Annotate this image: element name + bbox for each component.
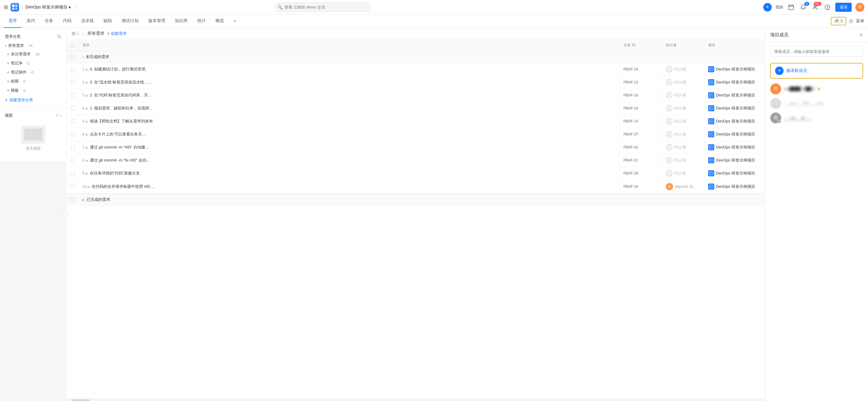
row-assignee-cell[interactable]: 待认领 — [662, 141, 705, 154]
row-project-cell[interactable]: DevOps 研发示例项目 — [705, 167, 765, 180]
row-project-cell[interactable]: DevOps 研发示例项目 — [705, 115, 765, 128]
row-checkbox[interactable] — [70, 80, 75, 85]
star-icon[interactable]: ☆ — [73, 4, 78, 10]
horizontal-scrollbar[interactable] — [67, 399, 765, 401]
row-checkbox[interactable] — [70, 171, 75, 175]
group-collapse-icon[interactable]: ▾ — [82, 55, 84, 59]
header-checkbox[interactable] — [70, 43, 74, 47]
create-plus-button[interactable]: + — [763, 3, 772, 11]
notify-button[interactable]: 9 — [799, 3, 807, 11]
sidebar-item-templates[interactable]: 模板 · 0 — [0, 86, 66, 95]
toolbar-menu-icon[interactable]: ≤ — [71, 31, 79, 36]
table-row[interactable]: 2 ▶ 3. 在"流水线"标签页添加流水线，... PBAF-21 待认领 De… — [67, 76, 765, 89]
sidebar-collapse-button[interactable]: ‹ — [64, 211, 70, 218]
row-project-cell[interactable]: DevOps 研发示例项目 — [705, 89, 765, 102]
table-row[interactable]: 4 ▶ 1. 规划需求、缺陷和任务，实现研... PBAF-14 待认领 Dev… — [67, 102, 765, 115]
row-checkbox[interactable] — [70, 93, 75, 97]
invite-button[interactable]: 邀请 — [835, 3, 851, 12]
sidebar-item-note-ops[interactable]: 笔记操作 · 0 — [0, 68, 66, 77]
settings-button[interactable] — [849, 19, 854, 24]
row-assignee-cell[interactable]: 待认领 — [662, 63, 705, 76]
table-row[interactable]: 7 ▶ 通过 git commit -m "#ID" 自动建... PBAF-4… — [67, 141, 765, 154]
project-members-btn[interactable]: 3 — [831, 17, 846, 25]
row-title-cell[interactable]: 5 ▶ 阅读【帮助文档】了解从需求到发布 — [79, 115, 620, 128]
logo[interactable] — [10, 3, 19, 11]
row-checkbox[interactable] — [70, 145, 75, 149]
row-title-cell[interactable]: 7 ▶ 通过 git commit -m "#ID" 自动建... — [79, 141, 620, 154]
table-row[interactable]: 5 ▶ 阅读【帮助文档】了解从需求到发布 PBAF-13 待认领 DevOps … — [67, 115, 765, 128]
table-row[interactable]: 10 ▶ 在代码的合并请求标题中使用 #ID ... PBAF-34 知aliy… — [67, 180, 765, 194]
table-row[interactable]: 8 ▶ 通过 git commit -m "fix #ID" 会自... PBA… — [67, 154, 765, 167]
group-checkbox[interactable] — [70, 55, 74, 59]
row-id-cell[interactable]: PBAF-18 — [620, 89, 662, 102]
row-checkbox[interactable] — [70, 132, 75, 136]
table-row[interactable]: 3 ▶ 2. 在"代码"标签页添加代码库，开... PBAF-18 待认领 De… — [67, 89, 765, 102]
sidebar-all-requirements[interactable]: ▾ 所有需求 · 14 — [0, 42, 66, 49]
tab-add[interactable]: + — [229, 14, 241, 28]
help-button[interactable] — [823, 3, 832, 11]
sidebar-item-unclassified[interactable]: 未分类需求 · 14 — [0, 49, 66, 59]
row-assignee-cell[interactable]: 待认领 — [662, 128, 705, 141]
tab-bugs[interactable]: 缺陷 — [99, 14, 117, 28]
row-assignee-cell[interactable]: 待认领 — [662, 115, 705, 128]
row-assignee-cell[interactable]: 待认领 — [662, 102, 705, 114]
tab-requirements[interactable]: 需求 — [4, 14, 22, 28]
sidebar-item-permissions[interactable]: 权限 · 0 — [0, 77, 66, 86]
search-input[interactable] — [275, 2, 371, 12]
create-requirement-button[interactable]: + 创建需求 — [107, 31, 126, 36]
row-title-cell[interactable]: 2 ▶ 3. 在"流水线"标签页添加流水线，... — [79, 76, 620, 89]
completed-collapse-icon[interactable]: ▶ — [82, 198, 85, 201]
table-row[interactable]: 1 ▶ 4. 创建测试计划，进行测试管理。 PBAF-24 待认领 DevOps… — [67, 63, 765, 76]
tab-overview[interactable]: 概览 — [211, 14, 229, 28]
row-checkbox[interactable] — [70, 106, 75, 110]
row-checkbox[interactable] — [70, 67, 75, 71]
row-id-cell[interactable]: PBAF-31 — [620, 154, 662, 167]
tab-tasks[interactable]: 任务 — [40, 14, 58, 28]
view-add-icon[interactable]: + — [59, 113, 61, 118]
tab-iterations[interactable]: 迭代 — [22, 14, 40, 28]
panel-search[interactable] — [766, 42, 868, 61]
row-project-cell[interactable]: DevOps 研发示例项目 — [705, 63, 765, 76]
row-id-cell[interactable]: PBAF-34 — [620, 180, 662, 193]
scrollbar-thumb[interactable] — [71, 400, 90, 401]
row-assignee-cell[interactable]: 待认领 — [662, 89, 705, 102]
row-id-cell[interactable]: PBAF-28 — [620, 167, 662, 180]
completed-checkbox[interactable] — [70, 198, 74, 202]
row-title-cell[interactable]: 3 ▶ 2. 在"代码"标签页添加代码库，开... — [79, 89, 620, 102]
row-id-cell[interactable]: PBAF-14 — [620, 102, 662, 114]
row-assignee-cell[interactable]: 待认领 — [662, 76, 705, 89]
tab-pipeline[interactable]: 流水线 — [76, 14, 99, 28]
tab-code[interactable]: 代码 — [58, 14, 76, 28]
user-avatar[interactable]: 用 — [855, 3, 864, 12]
members-button[interactable]: 99+ — [811, 3, 819, 11]
row-project-cell[interactable]: DevOps 研发示例项目 — [705, 128, 765, 141]
row-id-cell[interactable]: PBAF-21 — [620, 76, 662, 89]
row-id-cell[interactable]: PBAF-24 — [620, 63, 662, 76]
search-bar[interactable]: 🔍 — [275, 2, 371, 12]
tab-test-plan[interactable]: 测试计划 — [117, 14, 144, 28]
menu-button[interactable]: 菜单 — [856, 19, 864, 24]
my-link[interactable]: 我的 — [775, 4, 783, 10]
row-assignee-cell[interactable]: 待认领 — [662, 167, 705, 180]
tab-stats[interactable]: 统计 — [192, 14, 211, 28]
row-title-cell[interactable]: 4 ▶ 1. 规划需求、缺陷和任务，实现研... — [79, 102, 620, 114]
row-checkbox[interactable] — [70, 158, 75, 162]
row-project-cell[interactable]: DevOps 研发示例项目 — [705, 180, 765, 193]
row-project-cell[interactable]: DevOps 研发示例项目 — [705, 102, 765, 114]
table-row[interactable]: 9 ▶ 在任务详情的"代码"新建分支 PBAF-28 待认领 DevOps 研发… — [67, 167, 765, 180]
row-project-cell[interactable]: DevOps 研发示例项目 — [705, 141, 765, 154]
grid-icon[interactable]: ⊞ — [4, 4, 8, 10]
sidebar-search-icon[interactable] — [57, 34, 61, 39]
row-assignee-cell[interactable]: 待认领 — [662, 154, 705, 167]
row-project-cell[interactable]: DevOps 研发示例项目 — [705, 154, 765, 167]
row-title-cell[interactable]: 6 ▶ 点击卡片上的 可以查看任务关... — [79, 128, 620, 141]
row-title-cell[interactable]: 8 ▶ 通过 git commit -m "fix #ID" 会自... — [79, 154, 620, 167]
row-project-cell[interactable]: DevOps 研发示例项目 — [705, 76, 765, 89]
view-help-icon[interactable]: ? — [56, 113, 58, 118]
row-id-cell[interactable]: PBAF-37 — [620, 128, 662, 141]
row-checkbox[interactable] — [70, 185, 75, 189]
calendar-button[interactable] — [787, 3, 795, 11]
row-title-cell[interactable]: 1 ▶ 4. 创建测试计划，进行测试管理。 — [79, 63, 620, 76]
sidebar-item-notebook[interactable]: 笔记本 · 0 — [0, 59, 66, 68]
row-assignee-cell[interactable]: 知aliyuzhi-企... — [662, 180, 705, 193]
